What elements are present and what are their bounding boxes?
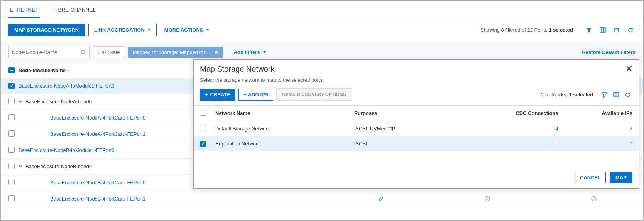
close-icon[interactable]: ✕ xyxy=(625,64,632,74)
column-header-network-name[interactable]: Network Name↑ xyxy=(215,110,354,116)
filter-icon[interactable] xyxy=(584,25,594,35)
cell-network-name: Default Storage Network xyxy=(215,126,354,132)
svg-rect-0 xyxy=(600,28,602,32)
toolbar: MAP STORAGE NETWORK LINK AGGREGATION MOR… xyxy=(1,18,643,42)
row-label[interactable]: BaseEnclosure-NodeA-4PortCard-FEPort0 xyxy=(50,115,145,121)
row-checkbox[interactable] xyxy=(8,147,15,153)
blocked-icon xyxy=(591,196,597,202)
tab-fibre-channel[interactable]: FIBRE CHANNEL xyxy=(52,4,98,18)
filter-icon[interactable] xyxy=(599,89,609,100)
link-state-filter[interactable]: Link State xyxy=(93,46,125,58)
refresh-icon[interactable] xyxy=(622,89,632,100)
tabs: ETHERNET FIBRE CHANNEL xyxy=(1,1,643,18)
svg-rect-10 xyxy=(615,92,617,96)
svg-line-4 xyxy=(85,53,86,55)
more-actions-button[interactable]: MORE ACTIONS xyxy=(161,24,213,36)
column-header-cdc[interactable]: CDC Connections xyxy=(466,110,558,116)
row-checkbox[interactable] xyxy=(8,130,15,137)
svg-rect-1 xyxy=(602,28,603,32)
add-ips-button[interactable]: +ADD IPS xyxy=(238,89,273,101)
row-checkbox[interactable] xyxy=(8,83,15,89)
blocked-icon xyxy=(484,196,490,202)
cell-purposes: iSCSI, NVMe/TCP xyxy=(354,126,465,132)
modal-table-header: Network Name↑ Purposes CDC Connections A… xyxy=(194,106,639,121)
restore-default-filters[interactable]: Restore Default Filters xyxy=(582,49,636,55)
dialog-subtitle: Select the storage network to map to the… xyxy=(194,76,639,88)
modal-status-text: 2 Networks, 1 selected xyxy=(541,92,593,98)
table-row[interactable]: Replication NetworkiSCSI--0 xyxy=(194,137,639,151)
row-label[interactable]: BaseEnclosure-NodeB-4PortCard-FEPort1 xyxy=(50,196,145,202)
search-input-wrap[interactable] xyxy=(8,46,90,58)
row-label[interactable]: BaseEnclosure-NodeB-4PortCard-FEPort0 xyxy=(50,180,145,186)
column-header-name[interactable]: Node-Module-Name↑ xyxy=(19,67,69,73)
cancel-button[interactable]: CANCEL xyxy=(575,172,606,183)
chevron-down-icon xyxy=(263,51,266,53)
popout-icon[interactable] xyxy=(612,25,622,35)
svg-rect-9 xyxy=(613,92,615,96)
columns-icon[interactable] xyxy=(611,89,621,100)
map-button[interactable]: MAP xyxy=(610,172,632,183)
mapped-for-storage-chip[interactable]: Mapped for Storage: Mapped for… ✕ xyxy=(128,47,223,58)
column-header-ips[interactable]: Available IPs xyxy=(558,110,632,116)
search-input[interactable] xyxy=(12,49,81,55)
map-storage-network-button[interactable]: MAP STORAGE NETWORK xyxy=(8,24,85,36)
plus-icon: + xyxy=(205,92,208,98)
row-checkbox[interactable] xyxy=(8,163,15,169)
map-storage-network-dialog: Map Storage Network ✕ Select the storage… xyxy=(193,59,639,189)
add-filters-button[interactable]: Add Filters xyxy=(234,49,266,55)
chevron-down-icon xyxy=(206,29,209,31)
svg-rect-11 xyxy=(617,92,619,96)
row-checkbox[interactable] xyxy=(8,195,15,201)
tab-ethernet[interactable]: ETHERNET xyxy=(8,4,40,18)
sort-ascending-icon: ↑ xyxy=(252,111,254,116)
create-button[interactable]: +CREATE xyxy=(200,89,235,101)
nvme-discovery-options-button: NVME DISCOVERY OPTIONS xyxy=(276,88,352,101)
svg-line-6 xyxy=(486,197,489,200)
svg-line-8 xyxy=(592,197,595,200)
cell-ips[interactable]: 0 xyxy=(558,141,632,147)
sort-ascending-icon: ↑ xyxy=(67,68,69,73)
indeterminate-checkbox[interactable]: − xyxy=(8,67,15,73)
dialog-title: Map Storage Network xyxy=(200,65,274,74)
table-row[interactable]: Default Storage NetworkiSCSI, NVMe/TCP42 xyxy=(194,121,639,137)
row-label[interactable]: BaseEnclosure-NodeB-IoModule1-FEPort0 xyxy=(19,147,115,153)
select-all-checkbox[interactable] xyxy=(200,110,206,116)
search-icon xyxy=(81,49,86,55)
refresh-icon[interactable] xyxy=(625,25,636,35)
close-icon[interactable]: ✕ xyxy=(214,49,218,55)
chevron-down-icon[interactable] xyxy=(19,164,23,168)
row-checkbox[interactable] xyxy=(8,114,15,120)
link-aggregation-button[interactable]: LINK AGGREGATION xyxy=(88,24,157,36)
chevron-down-icon[interactable] xyxy=(19,100,23,103)
row-label[interactable]: BaseEnclosure-NodeA-IoModule1-FEPort0 xyxy=(19,83,115,89)
cell-network-name: Replication Network xyxy=(215,141,354,147)
chevron-down-icon xyxy=(148,29,151,31)
row-label: BaseEnclosure-NodeA-bond0 xyxy=(25,99,92,105)
plus-icon: + xyxy=(243,92,247,98)
row-checkbox[interactable] xyxy=(200,141,206,147)
svg-rect-2 xyxy=(604,28,605,32)
cell-purposes: iSCSI xyxy=(354,141,465,147)
svg-point-3 xyxy=(81,50,85,54)
row-checkbox[interactable] xyxy=(8,98,15,104)
table-row[interactable]: BaseEnclosure-NodeB-4PortCard-FEPort1 xyxy=(1,191,643,207)
link-icon xyxy=(378,196,384,202)
column-header-purposes[interactable]: Purposes xyxy=(354,110,465,116)
status-text: Showing 8 filtered of 22 Ports, 1 select… xyxy=(480,27,573,33)
cell-cdc[interactable]: 4 xyxy=(466,126,558,132)
columns-icon[interactable] xyxy=(598,25,608,35)
row-checkbox[interactable] xyxy=(8,179,15,185)
row-checkbox[interactable] xyxy=(200,125,206,131)
row-label[interactable]: BaseEnclosure-NodeA-4PortCard-FEPort1 xyxy=(50,131,145,137)
cell-ips[interactable]: 2 xyxy=(558,126,632,132)
row-label: BaseEnclosure-NodeB-bond0 xyxy=(25,164,92,169)
cell-cdc: -- xyxy=(466,141,558,147)
